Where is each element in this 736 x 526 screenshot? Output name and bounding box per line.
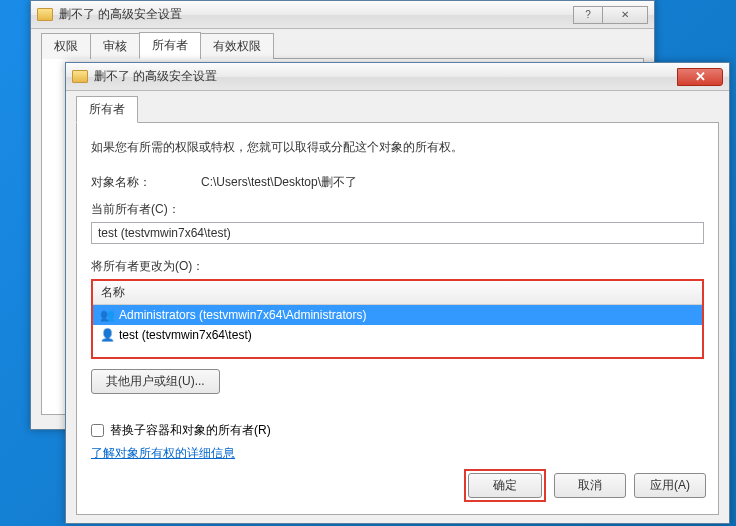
list-item-label: Administrators (testvmwin7x64\Administra…: [119, 308, 366, 322]
close-button-front[interactable]: ✕: [677, 68, 723, 86]
advanced-security-window-front: 删不了 的高级安全设置 ✕ 所有者 如果您有所需的权限或特权，您就可以取得或分配…: [65, 62, 730, 524]
client-area-front: 所有者 如果您有所需的权限或特权，您就可以取得或分配这个对象的所有权。 对象名称…: [66, 91, 729, 523]
window-controls-front: ✕: [678, 68, 723, 86]
tab-audit[interactable]: 审核: [90, 33, 140, 59]
help-button[interactable]: ?: [573, 6, 603, 24]
tab-permissions[interactable]: 权限: [41, 33, 91, 59]
owner-panel: 如果您有所需的权限或特权，您就可以取得或分配这个对象的所有权。 对象名称： C:…: [76, 123, 719, 515]
window-controls-back: ? ✕: [574, 6, 648, 24]
dialog-buttons: 确定 取消 应用(A): [464, 469, 706, 502]
list-item-test[interactable]: test (testvmwin7x64\test): [93, 325, 702, 345]
list-item-administrators[interactable]: Administrators (testvmwin7x64\Administra…: [93, 305, 702, 325]
apply-button[interactable]: 应用(A): [634, 473, 706, 498]
object-name-value: C:\Users\test\Desktop\删不了: [201, 174, 357, 191]
replace-owner-row: 替换子容器和对象的所有者(R): [91, 422, 704, 439]
tab-owner-back[interactable]: 所有者: [139, 32, 201, 59]
change-owner-label: 将所有者更改为(O)：: [91, 258, 704, 275]
ok-button[interactable]: 确定: [468, 473, 542, 498]
current-owner-label: 当前所有者(C)：: [91, 201, 704, 218]
close-button-back[interactable]: ✕: [602, 6, 648, 24]
window-title-front: 删不了 的高级安全设置: [94, 68, 678, 85]
list-header-name[interactable]: 名称: [93, 281, 702, 305]
tab-owner-front[interactable]: 所有者: [76, 96, 138, 123]
folder-icon: [37, 7, 53, 23]
list-item-label: test (testvmwin7x64\test): [119, 328, 252, 342]
object-name-row: 对象名称： C:\Users\test\Desktop\删不了: [91, 174, 704, 191]
owner-description: 如果您有所需的权限或特权，您就可以取得或分配这个对象的所有权。: [91, 139, 704, 156]
window-title-back: 删不了 的高级安全设置: [59, 6, 574, 23]
tabs-front: 所有者: [76, 99, 719, 123]
object-name-label: 对象名称：: [91, 174, 201, 191]
users-icon: [99, 307, 115, 323]
user-icon: [99, 327, 115, 343]
cancel-button[interactable]: 取消: [554, 473, 626, 498]
current-owner-field: [91, 222, 704, 244]
tab-effective[interactable]: 有效权限: [200, 33, 274, 59]
replace-owner-label: 替换子容器和对象的所有者(R): [110, 422, 271, 439]
tabs-back: 权限 审核 所有者 有效权限: [41, 35, 644, 59]
ok-highlight-box: 确定: [464, 469, 546, 502]
learn-ownership-link[interactable]: 了解对象所有权的详细信息: [91, 445, 235, 462]
other-users-button[interactable]: 其他用户或组(U)...: [91, 369, 220, 394]
titlebar-back[interactable]: 删不了 的高级安全设置 ? ✕: [31, 1, 654, 29]
titlebar-front[interactable]: 删不了 的高级安全设置 ✕: [66, 63, 729, 91]
folder-icon: [72, 69, 88, 85]
replace-owner-checkbox[interactable]: [91, 424, 104, 437]
owner-listbox[interactable]: 名称 Administrators (testvmwin7x64\Adminis…: [91, 279, 704, 359]
